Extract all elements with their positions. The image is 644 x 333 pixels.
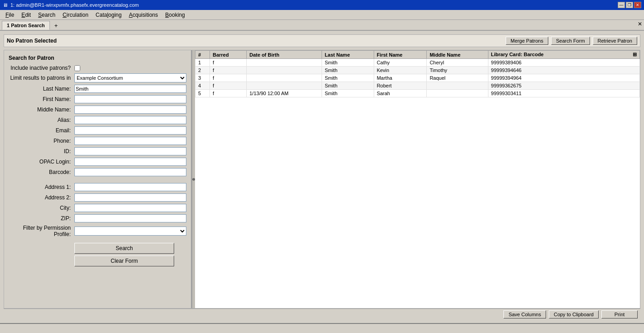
menu-circulation[interactable]: Circulation [59, 11, 92, 19]
opac-login-row: OPAC Login: [9, 158, 186, 166]
last-name-input[interactable] [74, 85, 186, 93]
cell-num: 2 [195, 67, 210, 74]
form-buttons: Search Clear Form [9, 243, 186, 266]
menu-search[interactable]: Search [34, 11, 59, 19]
cell-last-name: Smith [322, 59, 374, 67]
minimize-button[interactable]: — [618, 2, 625, 8]
cell-barred: f [210, 90, 246, 97]
merge-patrons-button[interactable]: Merge Patrons [506, 37, 548, 45]
table-row[interactable]: 5 f 1/13/90 12:00 AM Smith Sarah 9999930… [195, 90, 640, 97]
filter-perm-select[interactable] [74, 227, 186, 236]
cell-dob: 1/13/90 12:00 AM [246, 90, 322, 97]
address2-input[interactable] [74, 193, 186, 202]
tab-patron-search[interactable]: 1 Patron Search [2, 21, 50, 30]
id-row: ID: [9, 147, 186, 155]
table-header-row: # Barred Date of Birth Last Name First N… [195, 51, 640, 59]
city-input[interactable] [74, 204, 186, 212]
title-controls: — ❒ ✕ [618, 2, 641, 8]
limit-results-row: Limit results to patrons in Example Cons… [9, 73, 186, 82]
barcode-input[interactable] [74, 168, 186, 176]
address2-label: Address 2: [9, 194, 74, 201]
last-name-row: Last Name: [9, 85, 186, 93]
clear-form-button[interactable]: Clear Form [74, 256, 174, 266]
email-row: Email: [9, 126, 186, 135]
filter-perm-row: Filter by Permission Profile: [9, 225, 186, 237]
cell-last-name: Smith [322, 82, 374, 90]
close-button[interactable]: ✕ [634, 2, 641, 8]
tab-close-button[interactable]: ✕ [638, 21, 642, 27]
search-button[interactable]: Search [74, 243, 174, 254]
cell-barred: f [210, 74, 246, 82]
menu-file[interactable]: File [2, 11, 18, 19]
table-row[interactable]: 4 f Smith Robert 99999362675 [195, 82, 640, 90]
tab-add-button[interactable]: + [51, 21, 62, 30]
cell-first-name: Sarah [374, 90, 427, 97]
opac-login-label: OPAC Login: [9, 159, 74, 165]
first-name-input[interactable] [74, 95, 186, 103]
menu-acquisitions[interactable]: Acquisitions [125, 11, 161, 19]
menu-edit[interactable]: Edit [18, 11, 34, 19]
cell-dob [246, 74, 322, 82]
col-barred[interactable]: Barred [210, 51, 246, 59]
col-last-name[interactable]: Last Name [322, 51, 374, 59]
phone-input[interactable] [74, 137, 186, 145]
include-inactive-checkbox[interactable] [74, 65, 80, 71]
col-num[interactable]: # [195, 51, 210, 59]
alias-input[interactable] [74, 116, 186, 124]
right-panel: # Barred Date of Birth Last Name First N… [195, 50, 640, 308]
filter-perm-label: Filter by Permission Profile: [9, 225, 74, 237]
email-input[interactable] [74, 126, 186, 135]
cell-middle-name [427, 90, 488, 97]
table-row[interactable]: 1 f Smith Cathy Cheryl 99999389406 [195, 59, 640, 67]
cell-first-name: Martha [374, 74, 427, 82]
alias-label: Alias: [9, 117, 74, 123]
consortium-select[interactable]: Example Consortium [74, 73, 186, 82]
middle-name-input[interactable] [74, 106, 186, 114]
zip-input[interactable] [74, 214, 186, 222]
copy-clipboard-button[interactable]: Copy to Clipboard [549, 310, 599, 319]
city-label: City: [9, 205, 74, 211]
email-label: Email: [9, 127, 74, 134]
cell-middle-name: Timothy [427, 67, 488, 74]
cell-middle-name: Cheryl [427, 59, 488, 67]
col-middle-name[interactable]: Middle Name [427, 51, 488, 59]
col-library-card[interactable]: Library Card: Barcode ⊞ [488, 51, 639, 59]
menu-booking[interactable]: Booking [161, 11, 188, 19]
header-panel: No Patron Selected Merge Patrons Search … [4, 34, 640, 47]
table-row[interactable]: 2 f Smith Kevin Timothy 99999394646 [195, 67, 640, 74]
cell-last-name: Smith [322, 74, 374, 82]
address2-row: Address 2: [9, 193, 186, 202]
barcode-label: Barcode: [9, 169, 74, 175]
col-dob[interactable]: Date of Birth [246, 51, 322, 59]
phone-row: Phone: [9, 137, 186, 145]
search-form-button[interactable]: Search Form [551, 37, 590, 45]
last-name-label: Last Name: [9, 86, 74, 92]
header-buttons: Merge Patrons Search Form Retrieve Patro… [506, 37, 637, 45]
status-bar [0, 323, 644, 333]
search-form-title: Search for Patron [9, 55, 186, 61]
title-bar: 🖥 1: admin@BR1-winxpvmfx.phasefx.evergre… [0, 0, 644, 10]
restore-button[interactable]: ❒ [626, 2, 633, 8]
cell-first-name: Cathy [374, 59, 427, 67]
middle-name-label: Middle Name: [9, 106, 74, 113]
opac-login-input[interactable] [74, 158, 186, 166]
table-row[interactable]: 3 f Smith Martha Raquel 99999394964 [195, 74, 640, 82]
cell-first-name: Robert [374, 82, 427, 90]
cell-num: 4 [195, 82, 210, 90]
title-label: 1: admin@BR1-winxpvmfx.phasefx.evergreen… [10, 2, 139, 8]
limit-results-label: Limit results to patrons in [9, 75, 74, 81]
tab-bar: 1 Patron Search + ✕ [0, 20, 644, 31]
save-columns-button[interactable]: Save Columns [503, 310, 546, 319]
cell-library-card: 99999389406 [488, 59, 639, 67]
retrieve-patron-button[interactable]: Retrieve Patron [593, 37, 637, 45]
col-first-name[interactable]: First Name [374, 51, 427, 59]
cell-library-card: 99999303411 [488, 90, 639, 97]
address1-input[interactable] [74, 183, 186, 191]
cell-dob [246, 59, 322, 67]
menu-cataloging[interactable]: Cataloging [92, 11, 125, 19]
print-button[interactable]: Print [601, 310, 638, 319]
no-patron-label: No Patron Selected [7, 38, 57, 44]
id-input[interactable] [74, 147, 186, 155]
col-resize-icon[interactable]: ⊞ [633, 52, 637, 58]
cell-num: 5 [195, 90, 210, 97]
